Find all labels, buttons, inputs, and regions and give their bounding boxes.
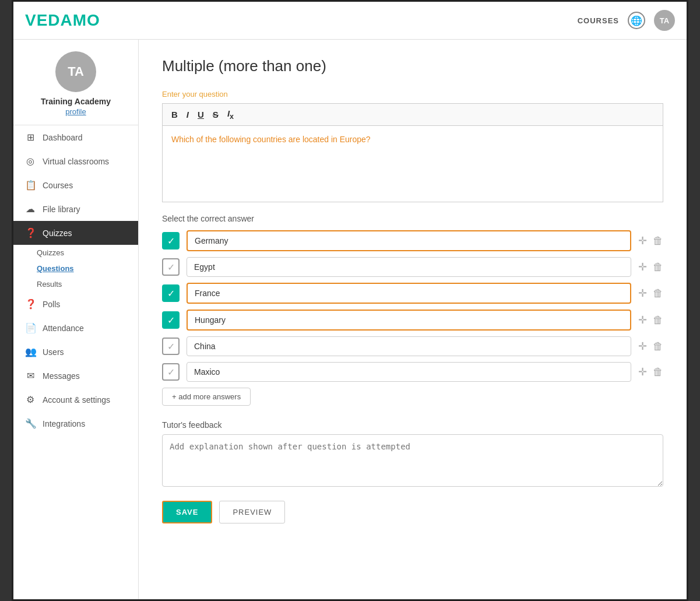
answer-actions-egypt: ✛ 🗑 — [638, 261, 663, 273]
courses-nav-link[interactable]: COURSES — [578, 16, 619, 25]
drag-icon-germany[interactable]: ✛ — [638, 234, 647, 247]
avatar: TA — [55, 51, 96, 92]
answer-input-hungary[interactable] — [187, 310, 631, 331]
drag-icon-maxico[interactable]: ✛ — [638, 365, 647, 378]
integrations-icon: 🔧 — [25, 418, 36, 429]
sidebar-sub-quizzes[interactable]: Quizzes — [13, 245, 138, 261]
polls-icon: ❓ — [25, 298, 36, 310]
select-answer-label: Select the correct answer — [162, 214, 663, 223]
drag-icon-china[interactable]: ✛ — [638, 340, 647, 353]
sidebar-item-label-dashboard: Dashboard — [43, 133, 83, 142]
delete-icon-france[interactable]: 🗑 — [653, 287, 663, 300]
answer-actions-france: ✛ 🗑 — [638, 287, 663, 300]
profile-link[interactable]: profile — [65, 107, 86, 116]
strikethrough-button[interactable]: S — [210, 107, 221, 122]
delete-icon-egypt[interactable]: 🗑 — [653, 261, 663, 273]
layout: TA Training Academy profile ⊞ Dashboard … — [13, 40, 687, 599]
answer-row-egypt: ✓ ✛ 🗑 — [162, 257, 663, 277]
answer-input-germany[interactable] — [187, 230, 631, 251]
sidebar-item-account-settings[interactable]: ⚙ Account & settings — [13, 388, 138, 412]
checkmark-germany: ✓ — [167, 236, 175, 247]
sidebar-item-courses[interactable]: 📋 Courses — [13, 173, 138, 197]
language-selector[interactable]: 🌐 — [628, 12, 645, 29]
delete-icon-china[interactable]: 🗑 — [653, 340, 663, 353]
profile-name: Training Academy — [41, 97, 111, 106]
answer-row-france: ✓ ✛ 🗑 — [162, 283, 663, 304]
drag-icon-france[interactable]: ✛ — [638, 287, 647, 300]
answer-checkbox-maxico[interactable]: ✓ — [162, 363, 180, 381]
sidebar-item-file-library[interactable]: ☁ File library — [13, 197, 138, 221]
sidebar-item-users[interactable]: 👥 Users — [13, 340, 138, 364]
answer-input-china[interactable] — [187, 336, 631, 356]
sidebar-sub-questions[interactable]: Questions — [13, 261, 138, 276]
sidebar: TA Training Academy profile ⊞ Dashboard … — [13, 40, 139, 599]
question-text[interactable]: Which of the following countries are loc… — [163, 126, 663, 202]
messages-icon: ✉ — [25, 370, 36, 381]
sidebar-item-label-users: Users — [43, 347, 64, 357]
user-avatar-header[interactable]: TA — [654, 10, 675, 31]
save-button[interactable]: SAVE — [162, 501, 212, 523]
sidebar-item-label-attendance: Attendance — [43, 324, 84, 333]
attendance-icon: 📄 — [25, 322, 36, 333]
add-more-answers-button[interactable]: + add more answers — [162, 388, 251, 406]
answer-input-maxico[interactable] — [187, 362, 631, 382]
sidebar-profile: TA Training Academy profile — [13, 40, 138, 125]
sidebar-item-quizzes[interactable]: ❓ Quizzes — [13, 221, 138, 245]
courses-icon: 📋 — [25, 180, 36, 191]
editor-toolbar: B I U S Ix — [163, 104, 663, 126]
answer-row-hungary: ✓ ✛ 🗑 — [162, 310, 663, 331]
file-library-icon: ☁ — [25, 203, 36, 215]
answer-input-egypt[interactable] — [187, 257, 631, 277]
checkmark-maxico: ✓ — [167, 367, 175, 378]
virtual-classrooms-icon: ◎ — [25, 156, 36, 167]
sidebar-item-dashboard[interactable]: ⊞ Dashboard — [13, 125, 138, 149]
header-right: COURSES 🌐 TA — [578, 10, 675, 31]
drag-icon-hungary[interactable]: ✛ — [638, 314, 647, 326]
answer-actions-hungary: ✛ 🗑 — [638, 314, 663, 326]
answer-checkbox-china[interactable]: ✓ — [162, 338, 180, 355]
answer-row-germany: ✓ ✛ 🗑 — [162, 230, 663, 251]
question-editor: B I U S Ix Which of the following countr… — [162, 103, 663, 202]
sidebar-item-label-integrations: Integrations — [43, 419, 85, 428]
feedback-label: Tutor's feedback — [162, 420, 663, 430]
sidebar-item-messages[interactable]: ✉ Messages — [13, 364, 138, 388]
answer-checkbox-france[interactable]: ✓ — [162, 284, 180, 302]
delete-icon-maxico[interactable]: 🗑 — [653, 366, 663, 378]
sidebar-item-polls[interactable]: ❓ Polls — [13, 292, 138, 316]
sidebar-item-label-quizzes: Quizzes — [43, 229, 72, 238]
sidebar-item-attendance[interactable]: 📄 Attendance — [13, 316, 138, 340]
checkmark-hungary: ✓ — [167, 315, 175, 326]
italic-button[interactable]: I — [184, 107, 192, 122]
preview-button[interactable]: PREVIEW — [219, 501, 285, 523]
answer-input-france[interactable] — [187, 283, 631, 304]
sidebar-sub-results[interactable]: Results — [13, 276, 138, 292]
checkmark-egypt: ✓ — [167, 262, 175, 273]
logo: VEDAMO — [25, 11, 100, 30]
header: VEDAMO COURSES 🌐 TA — [13, 2, 687, 40]
answer-checkbox-germany[interactable]: ✓ — [162, 232, 180, 249]
sidebar-item-label-account-settings: Account & settings — [43, 395, 110, 405]
sidebar-item-label-courses: Courses — [43, 181, 73, 190]
answer-checkbox-hungary[interactable]: ✓ — [162, 311, 180, 329]
dashboard-icon: ⊞ — [25, 132, 36, 143]
question-label: Enter your question — [162, 90, 663, 99]
delete-icon-germany[interactable]: 🗑 — [653, 235, 663, 247]
sidebar-item-label-messages: Messages — [43, 371, 80, 381]
answer-row-china: ✓ ✛ 🗑 — [162, 336, 663, 356]
bold-button[interactable]: B — [168, 107, 181, 122]
delete-icon-hungary[interactable]: 🗑 — [653, 314, 663, 326]
checkmark-china: ✓ — [167, 341, 175, 352]
sidebar-item-integrations[interactable]: 🔧 Integrations — [13, 412, 138, 435]
feedback-textarea[interactable] — [162, 434, 663, 487]
quizzes-icon: ❓ — [25, 227, 36, 238]
answer-checkbox-egypt[interactable]: ✓ — [162, 258, 180, 276]
answer-actions-maxico: ✛ 🗑 — [638, 365, 663, 378]
clear-format-button[interactable]: Ix — [224, 107, 237, 122]
drag-icon-egypt[interactable]: ✛ — [638, 261, 647, 273]
app-window: VEDAMO COURSES 🌐 TA TA Training Academy … — [12, 0, 688, 601]
underline-button[interactable]: U — [195, 107, 207, 122]
checkmark-france: ✓ — [167, 288, 175, 299]
sidebar-item-virtual-classrooms[interactable]: ◎ Virtual classrooms — [13, 149, 138, 173]
answer-actions-germany: ✛ 🗑 — [638, 234, 663, 247]
answer-actions-china: ✛ 🗑 — [638, 340, 663, 353]
